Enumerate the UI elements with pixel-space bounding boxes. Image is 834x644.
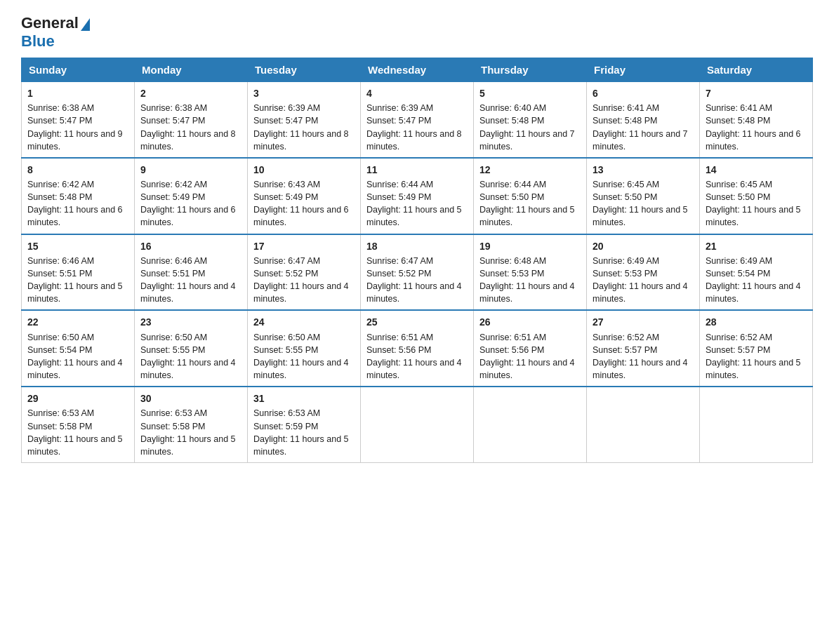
calendar-week-row: 29 Sunrise: 6:53 AMSunset: 5:58 PMDaylig… bbox=[22, 387, 813, 462]
calendar-cell: 20 Sunrise: 6:49 AMSunset: 5:53 PMDaylig… bbox=[587, 234, 700, 311]
day-info: Sunrise: 6:44 AMSunset: 5:49 PMDaylight:… bbox=[366, 180, 462, 227]
calendar-week-row: 8 Sunrise: 6:42 AMSunset: 5:48 PMDayligh… bbox=[22, 158, 813, 234]
day-info: Sunrise: 6:49 AMSunset: 5:53 PMDaylight:… bbox=[593, 256, 688, 304]
calendar-cell: 14 Sunrise: 6:45 AMSunset: 5:50 PMDaylig… bbox=[700, 158, 813, 234]
calendar-cell: 29 Sunrise: 6:53 AMSunset: 5:58 PMDaylig… bbox=[22, 387, 135, 462]
day-info: Sunrise: 6:39 AMSunset: 5:47 PMDaylight:… bbox=[253, 103, 349, 151]
day-info: Sunrise: 6:51 AMSunset: 5:56 PMDaylight:… bbox=[366, 333, 462, 380]
calendar-cell: 15 Sunrise: 6:46 AMSunset: 5:51 PMDaylig… bbox=[22, 234, 135, 311]
calendar-cell: 18 Sunrise: 6:47 AMSunset: 5:52 PMDaylig… bbox=[361, 234, 474, 311]
day-number: 13 bbox=[593, 163, 694, 177]
day-number: 7 bbox=[706, 86, 807, 100]
logo-general: General bbox=[21, 14, 79, 32]
day-info: Sunrise: 6:41 AMSunset: 5:48 PMDaylight:… bbox=[706, 103, 801, 151]
logo-blue: Blue bbox=[21, 32, 55, 50]
calendar-cell: 6 Sunrise: 6:41 AMSunset: 5:48 PMDayligh… bbox=[587, 82, 700, 158]
day-info: Sunrise: 6:39 AMSunset: 5:47 PMDaylight:… bbox=[366, 103, 462, 151]
calendar-week-row: 22 Sunrise: 6:50 AMSunset: 5:54 PMDaylig… bbox=[22, 310, 813, 387]
day-info: Sunrise: 6:48 AMSunset: 5:53 PMDaylight:… bbox=[479, 256, 575, 304]
logo: General Blue bbox=[21, 14, 90, 51]
day-info: Sunrise: 6:38 AMSunset: 5:47 PMDaylight:… bbox=[27, 103, 123, 151]
calendar-cell bbox=[361, 387, 474, 462]
day-number: 10 bbox=[253, 163, 355, 177]
day-number: 8 bbox=[27, 163, 128, 177]
calendar-week-row: 1 Sunrise: 6:38 AMSunset: 5:47 PMDayligh… bbox=[22, 82, 813, 158]
day-number: 25 bbox=[366, 315, 468, 329]
calendar-cell: 19 Sunrise: 6:48 AMSunset: 5:53 PMDaylig… bbox=[474, 234, 587, 311]
day-header-friday: Friday bbox=[587, 58, 700, 82]
logo-triangle-icon bbox=[81, 18, 90, 31]
calendar-cell: 17 Sunrise: 6:47 AMSunset: 5:52 PMDaylig… bbox=[248, 234, 361, 311]
day-number: 30 bbox=[140, 391, 241, 405]
calendar-cell: 11 Sunrise: 6:44 AMSunset: 5:49 PMDaylig… bbox=[361, 158, 474, 234]
calendar-week-row: 15 Sunrise: 6:46 AMSunset: 5:51 PMDaylig… bbox=[22, 234, 813, 311]
calendar-cell: 31 Sunrise: 6:53 AMSunset: 5:59 PMDaylig… bbox=[248, 387, 361, 462]
calendar-cell: 1 Sunrise: 6:38 AMSunset: 5:47 PMDayligh… bbox=[22, 82, 135, 158]
calendar-cell: 13 Sunrise: 6:45 AMSunset: 5:50 PMDaylig… bbox=[587, 158, 700, 234]
day-header-wednesday: Wednesday bbox=[361, 58, 474, 82]
calendar-cell: 24 Sunrise: 6:50 AMSunset: 5:55 PMDaylig… bbox=[248, 310, 361, 387]
calendar-cell: 7 Sunrise: 6:41 AMSunset: 5:48 PMDayligh… bbox=[700, 82, 813, 158]
day-info: Sunrise: 6:47 AMSunset: 5:52 PMDaylight:… bbox=[253, 256, 349, 304]
day-info: Sunrise: 6:50 AMSunset: 5:54 PMDaylight:… bbox=[27, 333, 123, 380]
day-info: Sunrise: 6:50 AMSunset: 5:55 PMDaylight:… bbox=[253, 333, 349, 380]
calendar-cell: 10 Sunrise: 6:43 AMSunset: 5:49 PMDaylig… bbox=[248, 158, 361, 234]
day-info: Sunrise: 6:51 AMSunset: 5:56 PMDaylight:… bbox=[479, 333, 575, 380]
day-info: Sunrise: 6:50 AMSunset: 5:55 PMDaylight:… bbox=[140, 333, 236, 380]
calendar-cell: 21 Sunrise: 6:49 AMSunset: 5:54 PMDaylig… bbox=[700, 234, 813, 311]
day-number: 21 bbox=[706, 239, 807, 253]
day-number: 28 bbox=[706, 315, 807, 329]
day-number: 17 bbox=[253, 239, 355, 253]
day-number: 24 bbox=[253, 315, 355, 329]
day-number: 11 bbox=[366, 163, 468, 177]
day-info: Sunrise: 6:42 AMSunset: 5:48 PMDaylight:… bbox=[27, 180, 123, 227]
day-number: 5 bbox=[479, 86, 581, 100]
day-number: 2 bbox=[140, 86, 241, 100]
day-header-tuesday: Tuesday bbox=[248, 58, 361, 82]
calendar-cell: 8 Sunrise: 6:42 AMSunset: 5:48 PMDayligh… bbox=[22, 158, 135, 234]
day-number: 20 bbox=[593, 239, 694, 253]
calendar-cell bbox=[700, 387, 813, 462]
day-info: Sunrise: 6:43 AMSunset: 5:49 PMDaylight:… bbox=[253, 180, 349, 227]
calendar-cell: 30 Sunrise: 6:53 AMSunset: 5:58 PMDaylig… bbox=[135, 387, 248, 462]
day-number: 27 bbox=[593, 315, 694, 329]
day-info: Sunrise: 6:44 AMSunset: 5:50 PMDaylight:… bbox=[479, 180, 575, 227]
day-info: Sunrise: 6:53 AMSunset: 5:58 PMDaylight:… bbox=[140, 408, 236, 456]
day-info: Sunrise: 6:52 AMSunset: 5:57 PMDaylight:… bbox=[593, 333, 688, 380]
calendar-cell: 22 Sunrise: 6:50 AMSunset: 5:54 PMDaylig… bbox=[22, 310, 135, 387]
day-number: 15 bbox=[27, 239, 128, 253]
day-number: 12 bbox=[479, 163, 581, 177]
day-info: Sunrise: 6:52 AMSunset: 5:57 PMDaylight:… bbox=[706, 333, 801, 380]
calendar-cell: 25 Sunrise: 6:51 AMSunset: 5:56 PMDaylig… bbox=[361, 310, 474, 387]
calendar-cell: 16 Sunrise: 6:46 AMSunset: 5:51 PMDaylig… bbox=[135, 234, 248, 311]
day-info: Sunrise: 6:40 AMSunset: 5:48 PMDaylight:… bbox=[479, 103, 575, 151]
day-info: Sunrise: 6:47 AMSunset: 5:52 PMDaylight:… bbox=[366, 256, 462, 304]
day-number: 23 bbox=[140, 315, 241, 329]
day-info: Sunrise: 6:45 AMSunset: 5:50 PMDaylight:… bbox=[593, 180, 688, 227]
day-header-saturday: Saturday bbox=[700, 58, 813, 82]
calendar-cell: 4 Sunrise: 6:39 AMSunset: 5:47 PMDayligh… bbox=[361, 82, 474, 158]
day-number: 1 bbox=[27, 86, 128, 100]
day-info: Sunrise: 6:38 AMSunset: 5:47 PMDaylight:… bbox=[140, 103, 236, 151]
day-header-monday: Monday bbox=[135, 58, 248, 82]
calendar-cell: 2 Sunrise: 6:38 AMSunset: 5:47 PMDayligh… bbox=[135, 82, 248, 158]
day-number: 16 bbox=[140, 239, 241, 253]
day-number: 26 bbox=[479, 315, 581, 329]
day-number: 4 bbox=[366, 86, 468, 100]
day-number: 14 bbox=[706, 163, 807, 177]
day-info: Sunrise: 6:41 AMSunset: 5:48 PMDaylight:… bbox=[593, 103, 688, 151]
calendar-cell: 5 Sunrise: 6:40 AMSunset: 5:48 PMDayligh… bbox=[474, 82, 587, 158]
calendar-cell: 27 Sunrise: 6:52 AMSunset: 5:57 PMDaylig… bbox=[587, 310, 700, 387]
calendar-cell: 9 Sunrise: 6:42 AMSunset: 5:49 PMDayligh… bbox=[135, 158, 248, 234]
day-number: 22 bbox=[27, 315, 128, 329]
day-number: 6 bbox=[593, 86, 694, 100]
day-number: 9 bbox=[140, 163, 241, 177]
day-number: 31 bbox=[253, 391, 355, 405]
day-header-thursday: Thursday bbox=[474, 58, 587, 82]
day-number: 19 bbox=[479, 239, 581, 253]
day-header-sunday: Sunday bbox=[22, 58, 135, 82]
calendar-cell bbox=[474, 387, 587, 462]
day-info: Sunrise: 6:46 AMSunset: 5:51 PMDaylight:… bbox=[140, 256, 236, 304]
day-info: Sunrise: 6:53 AMSunset: 5:59 PMDaylight:… bbox=[253, 408, 349, 456]
page-header: General Blue bbox=[21, 14, 813, 51]
